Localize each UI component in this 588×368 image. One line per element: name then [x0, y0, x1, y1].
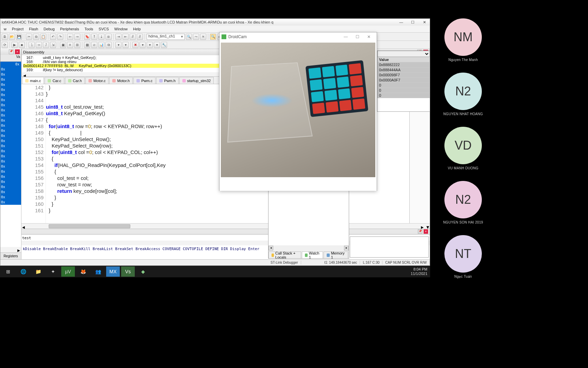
close-button[interactable]: ✕	[363, 34, 375, 39]
watch-value[interactable]: 0x000098F7	[378, 73, 430, 78]
step-out-icon[interactable]: ⤴	[43, 42, 49, 48]
tab-Car-c[interactable]: Car.c	[45, 77, 64, 84]
address-cell[interactable]: 0x	[0, 118, 21, 123]
panel-tab-memory-1[interactable]: Memory 1	[324, 251, 348, 258]
tab-Motor-c[interactable]: Motor.c	[85, 77, 109, 84]
window-icon[interactable]: ▣	[60, 42, 66, 48]
address-cell[interactable]: 0x	[0, 97, 21, 103]
find-icon[interactable]: 🔍	[186, 34, 192, 40]
find-next-icon[interactable]: ⤳	[193, 34, 199, 40]
menu-w[interactable]: w	[1, 26, 9, 32]
participant[interactable]: VDVU MANH DUONG	[441, 127, 485, 170]
browser-icon[interactable]: 🦊	[76, 266, 90, 277]
menu-debug[interactable]: Debug	[41, 26, 57, 32]
watch-value[interactable]: 0x0000A0F7	[378, 78, 430, 83]
minimize-button[interactable]: —	[340, 34, 352, 39]
pin-icon[interactable]: 📌	[9, 49, 14, 54]
redo-icon[interactable]: ↷	[57, 34, 63, 40]
keil-icon[interactable]: µV	[61, 266, 75, 277]
bookmark-prev-icon[interactable]: ⤒	[91, 34, 97, 40]
minimize-button[interactable]: —	[397, 20, 405, 25]
cut-icon[interactable]: ✂	[26, 34, 32, 40]
address-cell[interactable]: 0x	[0, 128, 21, 133]
system-tray-clock[interactable]: 8:04 PM 11/1/2021	[408, 266, 430, 277]
disasm-icon[interactable]: ≡	[67, 42, 73, 48]
participant[interactable]: N2NGUYEN SON HAI 2019	[441, 181, 485, 224]
pin-icon[interactable]: 📌	[418, 229, 422, 234]
bookmark-next-icon[interactable]: ⤓	[98, 34, 104, 40]
close-panel-icon[interactable]: ×	[424, 229, 428, 234]
watch-value[interactable]: 0	[378, 83, 430, 88]
copy-icon[interactable]: ⧉	[33, 34, 39, 40]
address-cell[interactable]: 0x	[0, 77, 21, 82]
windows-taskbar[interactable]: ⊞ 🌐 📁 ✦ µV 🦊 👥 MX Vs ◆ 8:04 PM 11/1/2021	[0, 266, 430, 277]
dropdown5-icon[interactable]: ▾	[154, 42, 160, 48]
close-button[interactable]: ✕	[420, 20, 428, 25]
address-cell[interactable]: 0x	[0, 174, 21, 179]
address-cell[interactable]: 0x	[0, 62, 21, 67]
address-cell[interactable]: 0x	[0, 159, 21, 164]
address-cell[interactable]: 0x	[0, 195, 21, 200]
address-cell[interactable]: 0x	[0, 164, 21, 169]
undo-icon[interactable]: ↶	[50, 34, 56, 40]
tab-Pwm-h[interactable]: Pwm.h	[156, 77, 179, 84]
dropdown2-icon[interactable]: ▾	[122, 42, 129, 48]
menu-bar[interactable]: wProjectFlashDebugPeripheralsToolsSVCSWi…	[0, 26, 430, 32]
scroll-thumb[interactable]	[49, 224, 130, 228]
mem-icon[interactable]: ▦	[84, 42, 90, 48]
trace-icon[interactable]: ⧉	[105, 42, 112, 48]
cubemx-icon[interactable]: MX	[106, 266, 120, 277]
vscode-icon[interactable]: ✦	[46, 266, 60, 277]
dropdown4-icon[interactable]: ▾	[147, 42, 153, 48]
menu-tools[interactable]: Tools	[82, 26, 96, 32]
address-cell[interactable]: 0x	[0, 179, 21, 184]
open-icon[interactable]: 📂	[9, 34, 15, 40]
paste-icon[interactable]: 📋	[40, 34, 46, 40]
watch-value[interactable]: 0x888444AA	[378, 67, 430, 73]
regs-icon[interactable]: ⊞	[74, 42, 80, 48]
address-cell[interactable]: 0x	[0, 154, 21, 159]
remove-bp-icon[interactable]: ✖	[132, 42, 138, 48]
participant[interactable]: NTNgọc Tuấn	[441, 235, 485, 278]
menu-flash[interactable]: Flash	[27, 26, 40, 32]
address-cell[interactable]: 0x	[0, 67, 21, 72]
address-cell[interactable]: 0x	[0, 184, 21, 189]
menu-window[interactable]: Window	[112, 26, 130, 32]
address-cell[interactable]: 0x	[0, 200, 21, 205]
address-cell[interactable]: 0x	[0, 103, 21, 108]
save-icon[interactable]: 💾	[16, 34, 22, 40]
watch-value[interactable]: 0	[378, 93, 430, 98]
vs-icon[interactable]: Vs	[121, 266, 135, 277]
scroll-right-icon[interactable]: ▸	[344, 246, 349, 250]
comment-icon[interactable]: //	[130, 34, 136, 40]
menu-project[interactable]: Project	[10, 26, 26, 32]
maximize-button[interactable]: ☐	[352, 34, 363, 39]
tab-main-c[interactable]: main.c	[22, 77, 44, 84]
code-line[interactable]: }	[46, 207, 409, 214]
tab-Pwm-c[interactable]: Pwm.c	[133, 77, 156, 84]
tab-startup_stm32[interactable]: startup_stm32	[179, 77, 214, 84]
analyzer-icon[interactable]: 📊	[98, 42, 104, 48]
registers-tab[interactable]: Registers	[0, 252, 21, 259]
chrome-icon[interactable]: 🌐	[16, 266, 30, 277]
back-icon[interactable]: ⇐	[67, 34, 73, 40]
address-cell[interactable]: 0x	[0, 108, 21, 113]
address-cell[interactable]: 0x	[0, 133, 21, 138]
memory-popup[interactable]	[350, 236, 429, 258]
address-cell[interactable]: 0x	[0, 189, 21, 195]
dropdown3-icon[interactable]: ▾	[140, 42, 146, 48]
new-icon[interactable]: 🗎	[2, 34, 8, 40]
address-cell[interactable]: 0x	[0, 138, 21, 143]
panel-tab-watch-1[interactable]: Watch 1	[302, 251, 323, 258]
forward-icon[interactable]: ⇒	[74, 34, 80, 40]
scroll-right-icon[interactable]: ▸	[16, 247, 21, 252]
callstack-panel[interactable]: ◂ ▸ Call Stack + LocalsWatch 1Memory 1	[268, 190, 349, 259]
code-line[interactable]: }	[46, 201, 409, 207]
watch-select[interactable]	[377, 51, 430, 57]
address-cell[interactable]: 0x	[0, 169, 21, 174]
title-bar[interactable]: lot\KHOA HOC THUC CHIEN\STM32 Basic\Than…	[0, 19, 430, 26]
serial-icon[interactable]: ⎚	[91, 42, 97, 48]
participant[interactable]: NMNguyen The Manh	[441, 18, 485, 62]
panel-tab-call-stack-locals[interactable]: Call Stack + Locals	[268, 251, 301, 258]
stop-run-icon[interactable]: ■	[19, 42, 25, 48]
